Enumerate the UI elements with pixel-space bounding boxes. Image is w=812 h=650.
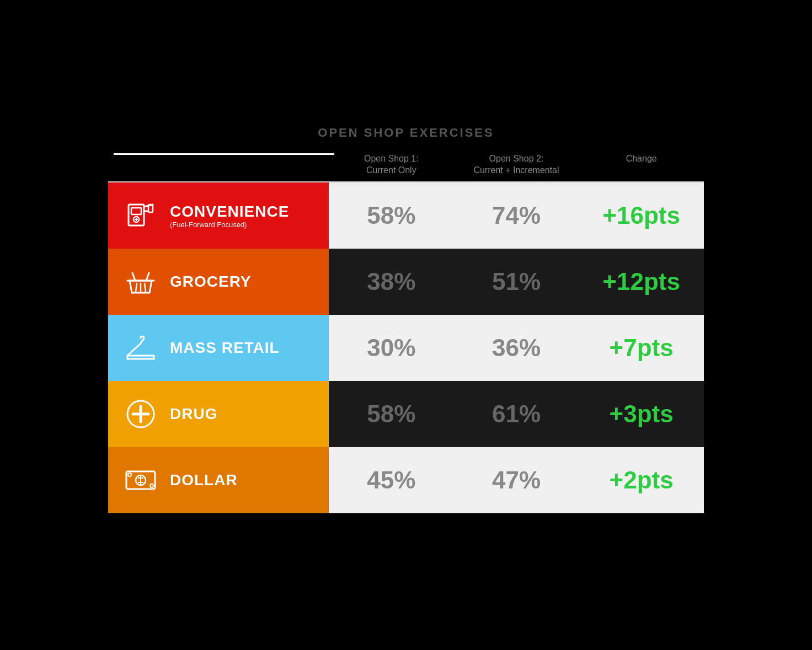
label-dollar: DOLLAR xyxy=(108,447,329,513)
grocery-val1: 38% xyxy=(329,249,454,315)
drug-val1: 58% xyxy=(329,381,454,447)
label-grocery: GROCERY xyxy=(108,249,329,315)
svg-rect-1 xyxy=(131,208,141,214)
header-label-col xyxy=(108,153,329,176)
massretail-change: +7pts xyxy=(579,315,704,381)
table-row: CONVENIENCE (Fuel-Forward Focused) 58% 7… xyxy=(108,182,704,249)
page-title: OPEN SHOP EXERCISES xyxy=(108,126,704,140)
label-drug: DRUG xyxy=(108,381,329,447)
massretail-val2: 36% xyxy=(454,315,579,381)
svg-line-9 xyxy=(136,283,137,292)
divider xyxy=(114,153,334,155)
dollar-icon xyxy=(121,461,160,499)
basket-icon xyxy=(121,262,160,301)
main-container: OPEN SHOP EXERCISES Open Shop 1: Current… xyxy=(75,104,737,547)
convenience-val2: 74% xyxy=(454,182,579,249)
dollar-val1: 45% xyxy=(329,447,454,513)
fuel-icon xyxy=(121,196,160,235)
drug-label-text: DRUG xyxy=(170,405,217,423)
dollar-label-text: DOLLAR xyxy=(170,471,238,489)
table-row: GROCERY 38% 51% +12pts xyxy=(108,249,704,315)
cross-icon xyxy=(121,395,160,433)
table-row: MASS RETAIL 30% 36% +7pts xyxy=(108,315,704,381)
dollar-change: +2pts xyxy=(579,447,704,513)
svg-point-23 xyxy=(128,473,131,476)
convenience-change: +16pts xyxy=(579,182,704,249)
table-row: DOLLAR 45% 47% +2pts xyxy=(108,447,704,513)
label-convenience: CONVENIENCE (Fuel-Forward Focused) xyxy=(108,182,329,249)
svg-line-11 xyxy=(145,283,146,292)
table-row: DRUG 58% 61% +3pts xyxy=(108,381,704,447)
convenience-val1: 58% xyxy=(329,182,454,249)
svg-point-24 xyxy=(150,484,153,487)
label-massretail: MASS RETAIL xyxy=(108,315,329,381)
massretail-label-text: MASS RETAIL xyxy=(170,339,280,357)
header-col1: Open Shop 1: Current Only xyxy=(329,153,454,176)
drug-val2: 61% xyxy=(454,381,579,447)
data-table: Open Shop 1: Current Only Open Shop 2: C… xyxy=(108,153,704,514)
header-col2: Open Shop 2: Current + Incremental xyxy=(454,153,579,176)
grocery-label-text: GROCERY xyxy=(170,273,252,291)
massretail-val1: 30% xyxy=(329,315,454,381)
dollar-val2: 47% xyxy=(454,447,579,513)
grocery-change: +12pts xyxy=(579,249,704,315)
hanger-icon xyxy=(121,329,160,367)
table-header: Open Shop 1: Current Only Open Shop 2: C… xyxy=(108,153,704,183)
grocery-val2: 51% xyxy=(454,249,579,315)
drug-change: +3pts xyxy=(579,381,704,447)
convenience-label-text: CONVENIENCE (Fuel-Forward Focused) xyxy=(170,203,289,229)
header-col3: Change xyxy=(579,153,704,176)
